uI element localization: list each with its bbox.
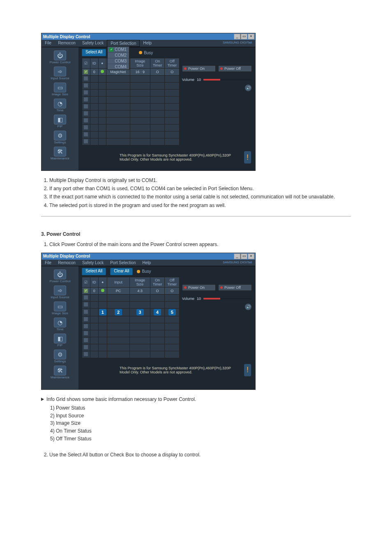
row-checkbox[interactable] [84,132,88,136]
power-on-icon [184,67,187,70]
table-row[interactable] [82,323,180,330]
table-row[interactable] [82,337,180,344]
busy-dot-icon [137,270,140,273]
speaker-icon[interactable]: 🔊 [244,303,252,311]
row-checkbox[interactable] [84,324,88,328]
check-icon: ✓ [109,48,113,52]
table-row[interactable] [82,330,180,337]
table-row[interactable] [82,76,180,83]
row-checkbox[interactable] [84,90,88,94]
row-checkbox[interactable] [84,97,88,101]
sidebar-settings[interactable]: ⚙ Settings [42,131,78,144]
sidebar-input-source[interactable]: ➾ Input Source [42,67,78,80]
table-row[interactable] [82,294,180,301]
sidebar-maintenance[interactable]: 🛠 Maintenance [42,147,78,160]
row-checkbox[interactable] [84,125,88,129]
select-all-button[interactable]: Select All [82,268,106,275]
port-option-com4[interactable]: COM4 [108,64,129,69]
sidebar-maintenance[interactable]: 🛠 Maintenance [42,366,78,379]
power-off-button[interactable]: Power Off [218,284,252,291]
row-checkbox[interactable] [84,118,88,122]
close-icon[interactable]: × [248,253,254,259]
table-row[interactable] [82,97,180,104]
volume-slider[interactable] [203,298,252,299]
sidebar-pip[interactable]: ◧ PIP [42,334,78,347]
power-on-icon [184,286,187,289]
table-row[interactable] [82,124,180,131]
port-option-com2[interactable]: COM2 [108,53,129,58]
power-icon: ⏻ [54,269,66,279]
col-on-timer: On Timer [150,58,164,69]
section-title: 3. Power Control [41,231,351,237]
table-row[interactable] [82,131,180,138]
table-row[interactable] [82,104,180,111]
row-checkbox[interactable] [84,83,88,88]
table-row[interactable] [82,316,180,323]
menu-port-selection[interactable]: Port Selection ✓ COM1 COM2 COM3 [107,40,140,47]
table-row[interactable] [82,90,180,97]
minimize-icon[interactable]: _ [234,253,240,259]
sidebar-settings-label: Settings [54,140,66,144]
menu-safety-lock[interactable]: Safety Lock [79,40,107,47]
row-checkbox[interactable] [84,76,88,81]
table-row[interactable] [82,301,180,308]
sidebar-pip[interactable]: ◧ PIP [42,115,78,128]
volume-slider[interactable] [203,79,252,81]
row-id: 0 [90,69,98,76]
menu-safety-lock[interactable]: Safety Lock [79,260,107,266]
sidebar-power-control[interactable]: ⏻ Power Control [42,51,78,64]
row-checkbox[interactable] [84,289,88,293]
row-checkbox[interactable] [84,317,88,321]
mdc-window-1: Multiple Display Control _ ▭ × File Remo… [41,33,256,171]
row-checkbox[interactable] [84,111,88,115]
row-checkbox[interactable] [84,295,88,299]
table-row[interactable] [82,111,180,117]
power-on-button[interactable]: Power On [182,65,216,72]
menu-remocon[interactable]: Remocon [55,40,79,47]
sidebar-time[interactable]: ◔ Time [42,318,78,331]
restore-icon[interactable]: ▭ [241,253,247,259]
speaker-icon[interactable]: 🔊 [244,84,252,92]
sidebar-pip-label: PIP [58,124,63,128]
row-checkbox[interactable] [84,331,88,335]
menu-help[interactable]: Help [139,260,154,266]
menu-file[interactable]: File [42,260,55,266]
table-row[interactable] [82,138,180,145]
sidebar-image-size[interactable]: ▭ Image Size [42,83,78,96]
port-option-com1[interactable]: ✓ COM1 [108,47,129,53]
table-row[interactable]: 0 MagicNet 16 : 9 O O [82,69,180,76]
menu-remocon[interactable]: Remocon [55,260,79,266]
row-checkbox[interactable] [84,310,88,314]
table-row[interactable]: 0 PC 4:3 O O [82,287,180,294]
sidebar-input-source[interactable]: ➾ Input Source [42,286,78,299]
power-on-button[interactable]: Power On [182,284,216,291]
restore-icon[interactable]: ▭ [241,34,247,39]
row-checkbox[interactable] [84,70,88,74]
sidebar-power-control[interactable]: ⏻ Power Control [42,269,78,283]
clear-all-button[interactable]: Clear All [110,268,133,275]
close-icon[interactable]: × [248,34,254,39]
power-off-button[interactable]: Power Off [218,65,252,72]
row-checkbox[interactable] [84,302,88,306]
sidebar-time-label: Time [56,108,63,112]
menu-help[interactable]: Help [140,40,155,47]
select-all-button[interactable]: Select All [82,49,106,56]
menu-file[interactable]: File [42,40,55,47]
minimize-icon[interactable]: _ [234,34,240,39]
sidebar-image-label: Image Size [52,311,68,315]
row-checkbox[interactable] [84,345,88,349]
table-row[interactable] [82,117,180,124]
port-option-com3[interactable]: COM3 [108,58,129,64]
row-checkbox[interactable] [84,139,88,143]
row-checkbox[interactable] [84,338,88,342]
row-checkbox[interactable] [84,104,88,108]
table-row[interactable] [82,83,180,90]
row-image-size: 4:3 [130,287,150,294]
table-row[interactable] [82,344,180,351]
sidebar-image-size[interactable]: ▭ Image Size [42,302,78,315]
row-checkbox[interactable] [84,352,88,356]
menu-port-selection[interactable]: Port Selection [107,260,139,266]
table-row[interactable] [82,351,180,358]
sidebar-settings[interactable]: ⚙ Settings [42,350,78,363]
sidebar-time[interactable]: ◔ Time [42,99,78,112]
